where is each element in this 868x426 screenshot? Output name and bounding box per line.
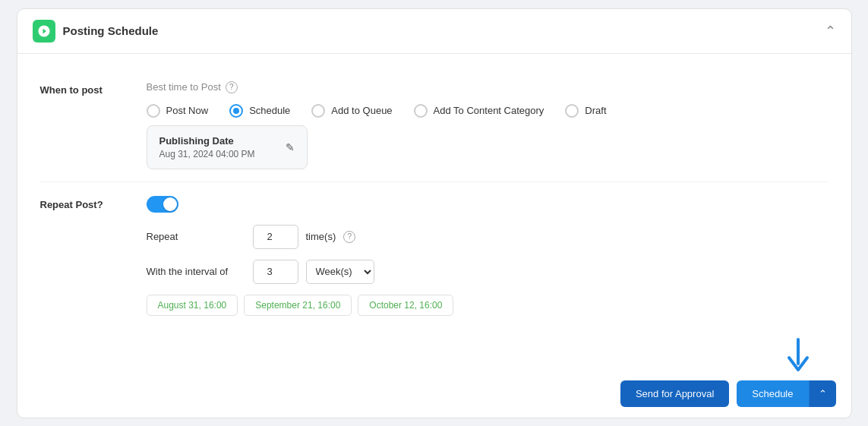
card-footer: Send for Approval Schedule ⌃ xyxy=(605,370,851,418)
when-to-post-content: Best time to Post ? Post Now Schedule Ad… xyxy=(147,81,829,169)
publishing-date-box: Publishing Date Aug 31, 2024 04:00 PM ✎ xyxy=(147,125,308,169)
best-time-help-icon[interactable]: ? xyxy=(226,81,238,93)
radio-label-schedule: Schedule xyxy=(249,105,290,116)
date-chip-2: September 21, 16:00 xyxy=(244,295,352,316)
radio-add-to-content-category[interactable]: Add To Content Category xyxy=(414,104,544,118)
when-to-post-label: When to post xyxy=(40,81,116,96)
publishing-date-value: Aug 31, 2024 04:00 PM xyxy=(159,149,255,159)
publishing-date-title: Publishing Date xyxy=(159,135,255,147)
repeat-post-content: Repeat time(s) ? With the interval of Da… xyxy=(147,196,829,316)
interval-unit-select[interactable]: Day(s) Week(s) Month(s) xyxy=(306,260,374,284)
radio-label-draft: Draft xyxy=(585,105,606,116)
interval-value-input[interactable] xyxy=(253,260,298,284)
best-time-row: Best time to Post ? xyxy=(147,81,829,93)
repeat-text-label: Repeat xyxy=(147,231,245,242)
radio-label-content-category: Add To Content Category xyxy=(434,105,544,116)
interval-line: With the interval of Day(s) Week(s) Mont… xyxy=(147,260,829,284)
posting-schedule-card: Posting Schedule ⌃ When to post Best tim… xyxy=(17,8,852,418)
radio-circle-post-now xyxy=(147,104,160,118)
date-chips-container: August 31, 16:00 September 21, 16:00 Oct… xyxy=(147,295,829,316)
when-to-post-section: When to post Best time to Post ? Post No… xyxy=(40,69,829,182)
radio-circle-draft xyxy=(565,104,579,118)
date-chip-3: October 12, 16:00 xyxy=(358,295,453,316)
card-header: Posting Schedule ⌃ xyxy=(17,9,851,54)
radio-circle-content-category xyxy=(414,104,428,118)
radio-label-post-now: Post Now xyxy=(166,105,209,116)
interval-text-label: With the interval of xyxy=(147,266,245,277)
card-content: When to post Best time to Post ? Post No… xyxy=(17,54,851,345)
radio-draft[interactable]: Draft xyxy=(565,104,606,118)
app-icon xyxy=(33,20,55,43)
times-label: time(s) xyxy=(306,231,336,242)
radio-add-to-queue[interactable]: Add to Queue xyxy=(311,104,392,118)
edit-publishing-date-icon[interactable]: ✎ xyxy=(286,141,295,153)
send-for-approval-button[interactable]: Send for Approval xyxy=(620,380,729,407)
repeat-options: Repeat time(s) ? With the interval of Da… xyxy=(147,225,829,316)
radio-circle-schedule xyxy=(229,104,243,118)
header-left: Posting Schedule xyxy=(33,20,159,43)
date-chip-1: August 31, 16:00 xyxy=(147,295,238,316)
repeat-toggle[interactable] xyxy=(147,196,178,213)
times-help-icon[interactable]: ? xyxy=(343,231,355,243)
best-time-label: Best time to Post xyxy=(147,81,221,93)
publishing-date-info: Publishing Date Aug 31, 2024 04:00 PM xyxy=(159,135,255,159)
radio-group: Post Now Schedule Add to Queue Add To Co… xyxy=(147,104,829,118)
schedule-button[interactable]: Schedule xyxy=(737,380,808,407)
repeat-times-input[interactable] xyxy=(253,225,298,249)
repeat-post-section: Repeat Post? Repeat time(s) ? With the i… xyxy=(40,182,829,330)
repeat-times-line: Repeat time(s) ? xyxy=(147,225,829,249)
radio-post-now[interactable]: Post Now xyxy=(147,104,209,118)
radio-schedule[interactable]: Schedule xyxy=(229,104,290,118)
schedule-caret-button[interactable]: ⌃ xyxy=(809,380,836,407)
collapse-button[interactable]: ⌃ xyxy=(825,23,836,39)
radio-circle-add-to-queue xyxy=(311,104,325,118)
repeat-post-label: Repeat Post? xyxy=(40,196,116,210)
schedule-button-group: Schedule ⌃ xyxy=(737,380,835,407)
card-title: Posting Schedule xyxy=(63,24,159,37)
radio-label-add-to-queue: Add to Queue xyxy=(331,105,392,116)
